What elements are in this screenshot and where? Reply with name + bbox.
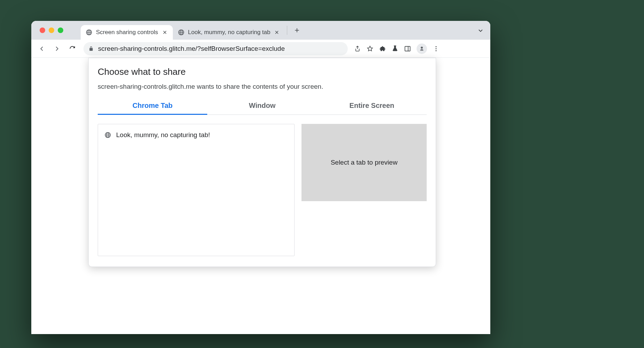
- screen-share-dialog: Choose what to share screen-sharing-cont…: [88, 58, 436, 267]
- share-icon[interactable]: [354, 45, 361, 52]
- extensions-puzzle-icon[interactable]: [379, 45, 386, 52]
- kebab-menu-icon[interactable]: [433, 45, 440, 52]
- tab-search-button[interactable]: [477, 27, 484, 34]
- dialog-tab-window[interactable]: Window: [207, 98, 317, 114]
- dialog-subtitle: screen-sharing-controls.glitch.me wants …: [98, 83, 427, 90]
- labs-flask-icon[interactable]: [392, 45, 399, 52]
- browser-tab-inactive[interactable]: Look, mummy, no capturing tab: [173, 25, 285, 40]
- svg-point-3: [436, 50, 437, 51]
- tab-close-icon[interactable]: [274, 29, 280, 35]
- globe-icon: [86, 29, 92, 36]
- preview-placeholder-text: Select a tab to preview: [331, 159, 397, 166]
- reload-button[interactable]: [66, 42, 79, 55]
- tab-separator: [287, 26, 287, 35]
- tab-title: Look, mummy, no capturing tab: [188, 29, 271, 36]
- bookmark-star-icon[interactable]: [367, 45, 373, 52]
- browser-tab-active[interactable]: Screen sharing controls: [81, 25, 173, 40]
- window-maximize-button[interactable]: [58, 27, 63, 33]
- share-source-item-label: Look, mummy, no capturing tab!: [116, 131, 210, 139]
- dialog-title: Choose what to share: [98, 66, 427, 77]
- new-tab-button[interactable]: [291, 25, 303, 36]
- svg-point-1: [436, 46, 437, 47]
- dialog-tab-entire-screen[interactable]: Entire Screen: [317, 98, 427, 114]
- lock-icon: [88, 46, 94, 52]
- tab-strip: Screen sharing controls Look, mummy, no …: [81, 21, 303, 40]
- dialog-tab-strip: Chrome Tab Window Entire Screen: [98, 98, 427, 115]
- dialog-tab-chrome-tab[interactable]: Chrome Tab: [98, 98, 207, 114]
- back-button[interactable]: [35, 42, 48, 55]
- toolbar: screen-sharing-controls.glitch.me/?selfB…: [31, 40, 490, 58]
- window-minimize-button[interactable]: [49, 27, 54, 33]
- globe-icon: [104, 132, 111, 139]
- tab-title: Screen sharing controls: [96, 29, 158, 36]
- svg-rect-0: [405, 46, 410, 51]
- address-bar[interactable]: screen-sharing-controls.glitch.me/?selfB…: [83, 42, 348, 55]
- dialog-body: Look, mummy, no capturing tab! Select a …: [98, 124, 427, 256]
- window-close-button[interactable]: [40, 27, 45, 33]
- preview-placeholder: Select a tab to preview: [301, 124, 427, 201]
- toolbar-actions: [354, 44, 440, 54]
- forward-button[interactable]: [51, 42, 63, 55]
- side-panel-icon[interactable]: [404, 45, 411, 52]
- profile-avatar-icon[interactable]: [417, 44, 427, 54]
- titlebar: Screen sharing controls Look, mummy, no …: [31, 21, 490, 40]
- globe-icon: [178, 29, 185, 36]
- url-text: screen-sharing-controls.glitch.me/?selfB…: [98, 45, 285, 53]
- tab-close-icon[interactable]: [162, 29, 168, 35]
- share-source-item[interactable]: Look, mummy, no capturing tab!: [104, 130, 289, 140]
- share-source-list: Look, mummy, no capturing tab!: [98, 124, 295, 256]
- browser-window: Screen sharing controls Look, mummy, no …: [31, 21, 490, 334]
- svg-point-2: [436, 48, 437, 49]
- window-controls: [40, 27, 63, 33]
